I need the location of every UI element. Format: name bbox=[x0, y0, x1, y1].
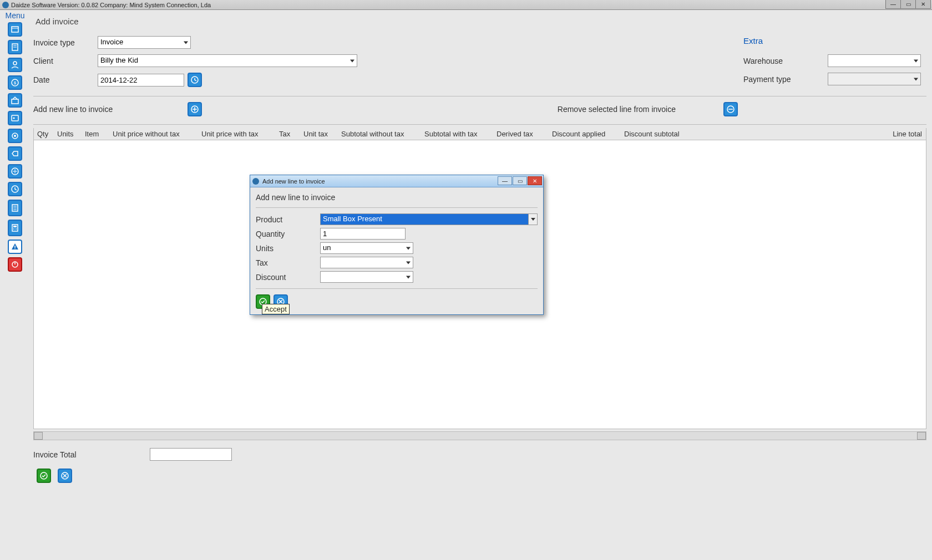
extra-heading: Extra bbox=[743, 36, 926, 45]
col-derived-tax[interactable]: Derived tax bbox=[493, 130, 549, 138]
sidebar-btn-1[interactable] bbox=[8, 22, 22, 37]
sidebar-btn-4[interactable]: $ bbox=[8, 75, 22, 90]
sidebar-btn-3[interactable] bbox=[8, 58, 22, 72]
scroll-track[interactable] bbox=[43, 432, 917, 440]
dialog-section-title: Add new line to invoice bbox=[256, 193, 538, 208]
scroll-left-arrow[interactable] bbox=[34, 432, 43, 440]
invoice-total-input[interactable] bbox=[150, 448, 232, 461]
svg-rect-0 bbox=[12, 27, 18, 32]
date-picker-button[interactable] bbox=[188, 73, 202, 87]
svg-text:$: $ bbox=[14, 80, 17, 85]
invoice-type-select[interactable]: Invoice bbox=[98, 36, 191, 49]
accept-tooltip: Accept bbox=[262, 304, 290, 314]
dialog-maximize-button[interactable]: ▭ bbox=[513, 176, 527, 185]
close-button[interactable]: ✕ bbox=[915, 0, 931, 9]
add-line-label: Add new line to invoice bbox=[33, 105, 184, 114]
dialog-titlebar: Add new line to invoice — ▭ ✕ bbox=[250, 175, 543, 187]
svg-point-24 bbox=[16, 228, 17, 230]
client-select[interactable]: Billy the Kid bbox=[98, 54, 357, 67]
chevron-down-icon bbox=[406, 247, 411, 250]
svg-point-12 bbox=[14, 135, 16, 137]
page-title: Add invoice bbox=[36, 17, 926, 26]
payment-type-label: Payment type bbox=[743, 75, 828, 84]
main-content: Add invoice Invoice type Invoice Client … bbox=[30, 10, 932, 560]
window-titlebar: Daidze Software Version: 0.0.82 Company:… bbox=[0, 0, 932, 10]
tax-label: Tax bbox=[256, 258, 320, 267]
col-unit-price-tax[interactable]: Unit price with tax bbox=[198, 130, 276, 138]
col-item[interactable]: Item bbox=[82, 130, 109, 138]
menu-heading: Menu bbox=[5, 11, 24, 20]
col-unit-tax[interactable]: Unit tax bbox=[300, 130, 338, 138]
app-icon bbox=[2, 2, 9, 8]
chevron-down-icon bbox=[914, 59, 918, 62]
svg-point-5 bbox=[13, 62, 17, 65]
window-title: Daidze Software Version: 0.0.82 Company:… bbox=[11, 2, 211, 8]
svg-rect-9 bbox=[12, 115, 18, 121]
col-subtotal-tax[interactable]: Subtotal with tax bbox=[421, 130, 493, 138]
dialog-title-text: Add new line to invoice bbox=[262, 178, 325, 185]
sidebar-btn-10[interactable] bbox=[8, 182, 22, 196]
col-units[interactable]: Units bbox=[54, 130, 82, 138]
discount-select[interactable] bbox=[320, 271, 413, 283]
sidebar-btn-12[interactable] bbox=[8, 220, 22, 236]
sidebar-btn-8[interactable] bbox=[8, 146, 22, 161]
chevron-down-icon bbox=[528, 214, 537, 225]
scroll-right-arrow[interactable] bbox=[917, 432, 926, 440]
maximize-button[interactable]: ▭ bbox=[900, 0, 916, 9]
sidebar-btn-7[interactable] bbox=[8, 129, 22, 143]
sidebar-btn-9[interactable] bbox=[8, 164, 22, 179]
minimize-button[interactable]: — bbox=[885, 0, 901, 9]
svg-point-26 bbox=[14, 248, 16, 250]
quantity-input[interactable] bbox=[320, 228, 406, 240]
svg-point-23 bbox=[13, 228, 14, 230]
units-label: Units bbox=[256, 244, 320, 253]
sidebar-btn-2[interactable] bbox=[8, 40, 22, 54]
remove-line-button[interactable] bbox=[723, 102, 738, 116]
svg-point-10 bbox=[13, 118, 15, 119]
col-subtotal-no-tax[interactable]: Subtotal without tax bbox=[338, 130, 421, 138]
invoice-type-label: Invoice type bbox=[33, 38, 98, 47]
quantity-label: Quantity bbox=[256, 230, 320, 238]
date-label: Date bbox=[33, 75, 98, 84]
invoice-total-label: Invoice Total bbox=[33, 450, 139, 459]
col-line-total[interactable]: Line total bbox=[698, 130, 926, 138]
payment-type-select[interactable] bbox=[828, 73, 921, 85]
svg-rect-8 bbox=[12, 99, 18, 104]
col-discount-subtotal[interactable]: Discount subtotal bbox=[621, 130, 698, 138]
accept-invoice-button[interactable] bbox=[37, 469, 51, 483]
warehouse-select[interactable] bbox=[828, 54, 921, 67]
col-unit-price-no-tax[interactable]: Unit price without tax bbox=[109, 130, 198, 138]
chevron-down-icon bbox=[406, 261, 411, 264]
sidebar-btn-6[interactable] bbox=[8, 111, 22, 125]
sidebar: Menu $ bbox=[0, 10, 30, 560]
tax-select[interactable] bbox=[320, 257, 413, 268]
add-line-button[interactable] bbox=[188, 102, 202, 116]
chevron-down-icon bbox=[406, 276, 411, 278]
cancel-invoice-button[interactable] bbox=[58, 469, 72, 483]
sidebar-btn-power[interactable] bbox=[8, 257, 22, 272]
sidebar-btn-11[interactable] bbox=[8, 200, 22, 216]
units-select[interactable]: un bbox=[320, 242, 413, 254]
product-label: Product bbox=[256, 215, 320, 224]
dialog-minimize-button[interactable]: — bbox=[498, 176, 512, 185]
svg-rect-22 bbox=[13, 226, 17, 227]
col-tax[interactable]: Tax bbox=[276, 130, 300, 138]
add-line-dialog: Add new line to invoice — ▭ ✕ Add new li… bbox=[250, 175, 544, 315]
date-input[interactable] bbox=[98, 74, 184, 86]
col-discount-applied[interactable]: Discount applied bbox=[549, 130, 621, 138]
sidebar-btn-5[interactable] bbox=[8, 93, 22, 108]
svg-rect-21 bbox=[12, 225, 18, 231]
warehouse-label: Warehouse bbox=[743, 57, 828, 65]
col-qty[interactable]: Qty bbox=[34, 130, 54, 138]
dialog-icon bbox=[252, 178, 259, 185]
client-label: Client bbox=[33, 57, 98, 65]
horizontal-scrollbar[interactable] bbox=[33, 431, 926, 440]
remove-line-label: Remove selected line from invoice bbox=[558, 105, 676, 114]
chevron-down-icon bbox=[184, 41, 188, 44]
sidebar-btn-warning[interactable] bbox=[8, 240, 22, 254]
discount-label: Discount bbox=[256, 273, 320, 282]
product-select[interactable]: Small Box Present bbox=[320, 213, 538, 225]
dialog-close-button[interactable]: ✕ bbox=[528, 176, 542, 185]
chevron-down-icon bbox=[914, 78, 918, 80]
chevron-down-icon bbox=[350, 59, 354, 62]
